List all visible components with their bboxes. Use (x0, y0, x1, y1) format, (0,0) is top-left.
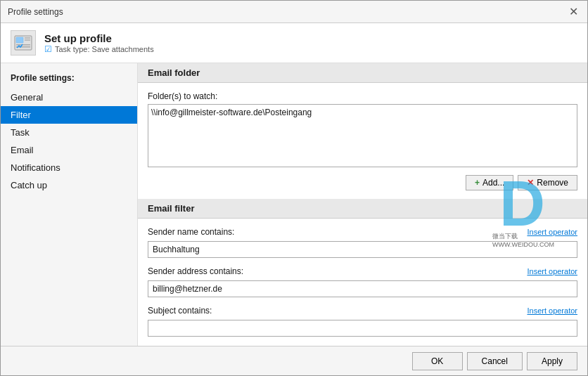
close-button[interactable]: ✕ (566, 5, 580, 19)
x-icon: ✕ (527, 178, 534, 188)
header-section: Set up profile ☑ Task type: Save attachm… (1, 23, 587, 63)
svg-rect-5 (25, 39, 30, 41)
email-filter-header: Email filter (138, 199, 587, 219)
insert-operator-link-1[interactable]: Insert operator (527, 228, 577, 236)
remove-button[interactable]: ✕ Remove (518, 175, 577, 190)
folders-label: Folder(s) to watch: (148, 91, 577, 101)
sender-name-row: Sender name contains: Insert operator (148, 227, 577, 240)
sidebar-item-catchup[interactable]: Catch up (1, 176, 137, 194)
add-button[interactable]: + Add... (466, 175, 513, 190)
plus-icon: + (475, 178, 480, 188)
svg-rect-4 (25, 37, 30, 39)
cancel-button[interactable]: Cancel (467, 352, 523, 370)
sender-address-field: Sender address contains: Insert operator (148, 266, 577, 297)
content-area: Profile settings: General Filter Task Em… (1, 63, 587, 346)
main-panel: Email folder Folder(s) to watch: + Add..… (138, 63, 587, 346)
sender-name-field: Sender name contains: Insert operator (148, 227, 577, 258)
sidebar-section-label: Profile settings: (1, 70, 137, 89)
profile-settings-window: Profile settings ✕ Set up profile ☑ Task… (0, 0, 588, 376)
folder-buttons: + Add... ✕ Remove (148, 175, 577, 190)
subject-field: Subject contains: Insert operator (148, 306, 577, 337)
header-icon (11, 30, 36, 56)
folders-textarea[interactable] (148, 104, 577, 167)
sidebar-item-task[interactable]: Task (1, 124, 137, 141)
check-icon: ☑ (44, 44, 52, 54)
bottom-bar: OK Cancel Apply (1, 346, 587, 375)
sidebar-item-filter[interactable]: Filter (1, 106, 137, 124)
header-text: Set up profile ☑ Task type: Save attachm… (44, 32, 154, 54)
email-filter-body: Sender name contains: Insert operator Se… (138, 219, 587, 346)
apply-button[interactable]: Apply (527, 352, 577, 370)
sidebar-item-email[interactable]: Email (1, 141, 137, 159)
insert-operator-link-3[interactable]: Insert operator (527, 306, 577, 315)
sender-address-row: Sender address contains: Insert operator (148, 266, 577, 279)
sender-name-input[interactable] (148, 241, 577, 258)
email-folder-header: Email folder (138, 63, 587, 83)
title-bar: Profile settings ✕ (1, 1, 587, 23)
svg-rect-1 (16, 37, 23, 43)
header-task: ☑ Task type: Save attachments (44, 44, 154, 54)
email-folder-body: Folder(s) to watch: + Add... ✕ Remove (138, 83, 587, 199)
sender-address-input[interactable] (148, 280, 577, 297)
window-title: Profile settings (8, 7, 63, 17)
sender-address-label: Sender address contains: (148, 266, 243, 276)
sidebar: Profile settings: General Filter Task Em… (1, 63, 138, 346)
svg-rect-2 (16, 44, 30, 46)
ok-button[interactable]: OK (412, 352, 463, 370)
profile-icon (13, 33, 33, 53)
header-title: Set up profile (44, 32, 154, 44)
insert-operator-link-2[interactable]: Insert operator (527, 267, 577, 275)
sender-name-label: Sender name contains: (148, 227, 234, 237)
sidebar-item-general[interactable]: General (1, 89, 137, 106)
subject-input[interactable] (148, 320, 577, 337)
subject-row: Subject contains: Insert operator (148, 306, 577, 318)
subject-label: Subject contains: (148, 306, 212, 316)
sidebar-item-notifications[interactable]: Notifications (1, 159, 137, 176)
